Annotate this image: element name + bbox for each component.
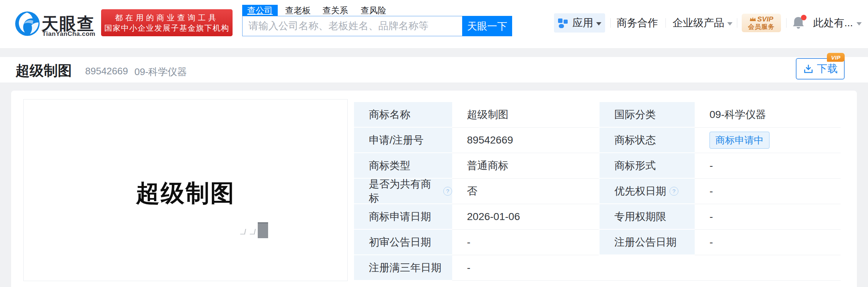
tab-relation[interactable]: 查关系 [323, 5, 348, 16]
logo-domain: TianYanCha.com [42, 30, 96, 38]
table-label: 国际分类 [599, 102, 695, 128]
table-value: - [695, 179, 841, 204]
trademark-image-text: 超级制图 [24, 177, 347, 209]
crown-icon [750, 17, 756, 21]
trademark-detail-card: 超级制图 商标名称超级制图国际分类09-科学仪器申请/注册号89542669商标… [11, 91, 857, 287]
download-icon [803, 63, 814, 74]
table-label: 商标状态 [599, 128, 695, 153]
table-value: - [695, 230, 841, 255]
nav-enterprise-products[interactable]: 企业级产品 [672, 16, 724, 30]
divider [665, 18, 666, 28]
table-label: 是否为共有商标? [354, 179, 452, 204]
table-value: 否 [452, 179, 599, 204]
trademark-image: 超级制图 [23, 99, 348, 281]
watermark-fragment [250, 229, 256, 234]
notification-dot [801, 15, 807, 20]
table-value: - [695, 204, 841, 230]
promo-banner-line2: 国家中小企业发展子基金旗下机构 [101, 23, 233, 33]
apps-grid-icon [558, 17, 569, 28]
registration-number: 89542669 [85, 65, 128, 77]
table-value: 89542669 [452, 128, 599, 153]
promo-banner: 都在用的商业查询工具 国家中小企业发展子基金旗下机构 [101, 9, 233, 36]
table-label: 申请/注册号 [354, 128, 452, 153]
chevron-down-icon [596, 22, 601, 26]
table-value: 超级制图 [452, 102, 599, 128]
table-label: 优先权日期? [599, 179, 695, 204]
table-value: 商标申请中 [695, 128, 841, 153]
table-label: 注册公告日期 [599, 230, 695, 255]
trademark-table: 商标名称超级制图国际分类09-科学仪器申请/注册号89542669商标状态商标申… [354, 102, 841, 281]
svip-member-service[interactable]: SVIP 会员服务 [742, 14, 781, 32]
chevron-down-icon [727, 22, 732, 26]
download-button[interactable]: 下载 VIP [796, 58, 845, 80]
tab-company[interactable]: 查公司 [242, 5, 278, 16]
table-label: 商标申请日期 [354, 204, 452, 230]
table-label: 专用权期限 [599, 204, 695, 230]
search-button[interactable]: 天眼一下 [462, 16, 512, 36]
svip-label: SVIP [757, 15, 773, 23]
divider [737, 18, 737, 28]
watermark-block [258, 222, 268, 238]
top-header: 天眼查 TianYanCha.com 都在用的商业查询工具 国家中小企业发展子基… [0, 0, 868, 48]
apps-menu[interactable]: 应用 [554, 13, 605, 33]
nav-business-coop[interactable]: 商务合作 [617, 16, 658, 30]
table-value: - [452, 230, 599, 255]
header-nav: 应用 商务合作 企业级产品 SVIP 会员服务 [554, 13, 862, 33]
tianyancha-logo-icon [15, 11, 40, 36]
table-value: - [452, 255, 841, 281]
download-label: 下载 [817, 62, 838, 76]
table-label: 商标形式 [599, 153, 695, 179]
page-title: 超级制图 [16, 61, 72, 80]
search-input[interactable] [242, 16, 462, 36]
tab-boss[interactable]: 查老板 [285, 5, 311, 16]
table-label: 注册满三年日期 [354, 255, 452, 281]
user-menu[interactable]: 此处有... [813, 16, 853, 30]
divider [786, 18, 787, 28]
help-icon[interactable]: ? [670, 187, 678, 196]
svip-sublabel: 会员服务 [748, 23, 775, 31]
notifications-button[interactable] [792, 16, 805, 30]
search-tabs: 查公司 查老板 查关系 查风险 [242, 5, 386, 16]
status-badge: 商标申请中 [710, 132, 769, 149]
table-label: 商标类型 [354, 153, 452, 179]
help-icon[interactable]: ? [443, 187, 452, 196]
chevron-down-icon [857, 22, 862, 26]
table-value: 2026-01-06 [452, 204, 599, 230]
title-bar: 超级制图 89542669 09-科学仪器 下载 VIP [0, 57, 868, 82]
table-label: 初审公告日期 [354, 230, 452, 255]
table-value: 09-科学仪器 [695, 102, 841, 128]
table-value: - [695, 153, 841, 179]
table-label: 商标名称 [354, 102, 452, 128]
promo-banner-line1: 都在用的商业查询工具 [101, 13, 233, 23]
vip-badge: VIP [827, 53, 845, 62]
divider [610, 18, 611, 28]
table-value: 普通商标 [452, 153, 599, 179]
page: 天眼查 TianYanCha.com 都在用的商业查询工具 国家中小企业发展子基… [0, 0, 868, 287]
trademark-category: 09-科学仪器 [134, 65, 187, 78]
watermark-fragment [240, 229, 246, 234]
tab-risk[interactable]: 查风险 [361, 5, 386, 16]
tianyancha-logo[interactable]: 天眼查 TianYanCha.com [15, 10, 100, 38]
apps-label: 应用 [572, 16, 593, 30]
